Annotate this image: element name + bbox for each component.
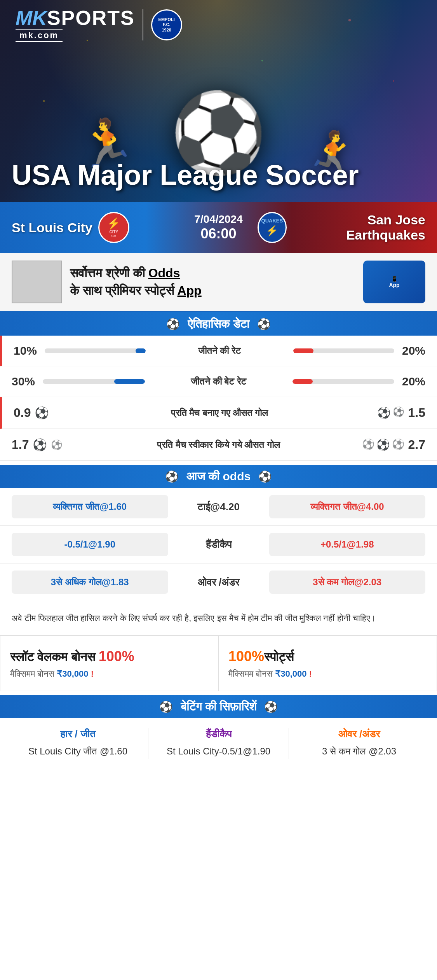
promo-app-image: 📱App: [363, 261, 425, 303]
goal-right-conceded: ⚽ ⚽ ⚽ 2.7: [348, 438, 425, 452]
goal-value-left-conceded: 1.7: [12, 438, 29, 452]
promo-placeholder-image: [12, 261, 62, 303]
odds-center-ou: ओवर /अंडर: [176, 576, 261, 588]
bonus-pct-sports: 100%: [228, 648, 264, 664]
odds-btn-handicap-away[interactable]: +0.5/1@1.98: [269, 533, 426, 556]
stat-left-win-rate: 10%: [14, 344, 45, 357]
betting-div-2: [289, 728, 289, 759]
goal-row-conceded: 1.7 ⚽ ⚽ प्रति मैच स्वीकार किये गये औसत ग…: [0, 429, 437, 461]
soccer-icon-left-2: ⚽: [51, 439, 63, 450]
bonus-exclaim-slots: !: [89, 669, 94, 679]
stat-bar-left-bet: [43, 379, 145, 384]
odds-header-text: आज की odds: [186, 470, 251, 483]
betting-col-handicap: हैंडीकैप St Louis City-0.5/1@1.90: [152, 728, 285, 759]
goal-value-left-scored: 0.9: [14, 406, 31, 420]
empoli-text: EMPOLIF.C.1920: [158, 17, 175, 33]
historical-header: ⚽ ऐतिहासिक डेटा ⚽: [0, 312, 437, 336]
goal-icon-right-2: ⚽: [393, 406, 404, 419]
odds-ball-left: ⚽: [165, 470, 179, 483]
odds-btn-home-win[interactable]: व्यक्तिगत जीत@1.60: [12, 495, 168, 518]
betting-row: हार / जीत St Louis City जीत @1.60 हैंडीक…: [0, 718, 437, 768]
goal-icon-right-1: ⚽: [377, 406, 391, 419]
odds-btn-under[interactable]: 3से कम गोल@2.03: [269, 570, 426, 594]
bonus-amount-sports: ₹30,000: [275, 669, 306, 679]
bonus-amount-slots: ₹30,000: [57, 669, 88, 679]
goal-icons-right-conceded: ⚽ ⚽ ⚽: [362, 438, 404, 451]
betting-header-handicap: हैंडीकैप: [152, 728, 285, 740]
odds-section: व्यक्तिगत जीत@1.60 टाई@4.20 व्यक्तिगत जी…: [0, 488, 437, 601]
odds-btn-away-win[interactable]: व्यक्तिगत जीत@4.00: [269, 495, 426, 518]
app-highlight: App: [178, 284, 202, 298]
bonus-label-sports: स्पोर्ट्स: [264, 650, 294, 664]
goal-left-conceded: 1.7 ⚽ ⚽: [12, 438, 89, 452]
odds-header: ⚽ आज की odds ⚽: [0, 465, 437, 488]
soccer-icon-left-scored: ⚽: [35, 406, 49, 420]
hero-title: USA Major League Soccer: [12, 160, 359, 191]
stat-row-win-rate: 10% जीतने की रेट 20%: [0, 336, 437, 366]
historical-data-section: 10% जीतने की रेट 20% 30% जीतने की बेट रे…: [0, 336, 437, 461]
stat-label-bet-rate: जीतने की बेट रेट: [157, 376, 281, 387]
away-team-name: San Jose Earthquakes: [292, 212, 425, 243]
soccer-icon-left-1: ⚽: [33, 438, 47, 452]
earthquakes-logo-inner: QUAKES ⚡: [261, 218, 283, 238]
hero-banner: MKSPORTS mk.com EMPOLIF.C.1920 ⚽ 🏃 🏃 USA…: [0, 0, 437, 202]
odds-row-win: व्यक्तिगत जीत@1.60 टाई@4.20 व्यक्तिगत जी…: [0, 488, 437, 526]
match-center: 7/04/2024 06:00: [180, 213, 258, 242]
mk-logo-domain: mk.com: [16, 29, 63, 42]
betting-header-text: बेटिंग की सिफ़ारिशें: [181, 700, 257, 714]
betting-value-win: St Louis City जीत @1.60: [12, 744, 144, 759]
bonus-title-sports: 100%स्पोर्ट्स: [228, 648, 427, 666]
ball-icon-left: ⚽: [166, 318, 180, 331]
match-date: 7/04/2024: [194, 213, 243, 226]
goal-icon-right-c2: ⚽: [376, 438, 390, 451]
mk-logo-text: MKSPORTS: [16, 8, 135, 28]
bonus-sub-sports: मैक्सिमम बोनस ₹30,000 !: [228, 669, 427, 679]
bonus-section[interactable]: स्लॉट वेलकम बोनस 100% मैक्सिमम बोनस ₹30,…: [0, 635, 437, 691]
bonus-prefix-slots: स्लॉट वेलकम बोनस: [10, 650, 99, 664]
goal-label-scored: प्रति मैच बनाए गए औसत गोल: [91, 408, 348, 418]
bonus-card-slots[interactable]: स्लॉट वेलकम बोनस 100% मैक्सिमम बोनस ₹30,…: [0, 635, 218, 691]
stat-bar-fill-right-bet: [292, 379, 313, 384]
odds-row-ou: 3से अधिक गोल@1.83 ओवर /अंडर 3से कम गोल@2…: [0, 564, 437, 601]
odds-row-handicap: -0.5/1@1.90 हैंडीकैप +0.5/1@1.98: [0, 526, 437, 564]
bonus-exclaim-sports: !: [307, 669, 312, 679]
stlouis-logo: ⚡ CITY SC: [98, 212, 129, 243]
match-bar: St Louis City ⚡ CITY SC 7/04/2024 06:00 …: [0, 202, 437, 253]
odds-ball-right: ⚽: [258, 470, 272, 483]
odds-btn-over[interactable]: 3से अधिक गोल@1.83: [12, 570, 168, 594]
earthquakes-logo: QUAKES ⚡: [258, 212, 287, 243]
goal-value-right-conceded: 2.7: [408, 438, 425, 452]
stat-bar-fill-left-bet: [114, 379, 145, 384]
goal-icons-right-scored: ⚽ ⚽: [377, 406, 404, 419]
betting-section: हार / जीत St Louis City जीत @1.60 हैंडीक…: [0, 718, 437, 768]
goal-left-scored: 0.9 ⚽: [14, 406, 91, 420]
bonus-title-slots: स्लॉट वेलकम बोनस 100%: [10, 648, 209, 666]
goal-row-scored: 0.9 ⚽ प्रति मैच बनाए गए औसत गोल ⚽ ⚽ 1.5: [0, 397, 437, 429]
odds-center-tie: टाई@4.20: [176, 501, 261, 513]
description-text: अवे टीम फिलहाल जीत हासिल करने के लिए संघ…: [12, 613, 376, 623]
bonus-card-sports[interactable]: 100%स्पोर्ट्स मैक्सिमम बोनस ₹30,000 !: [218, 635, 437, 691]
betting-ball-right: ⚽: [264, 700, 278, 713]
match-time: 06:00: [200, 226, 236, 242]
historical-header-text: ऐतिहासिक डेटा: [188, 317, 249, 331]
stat-bar-fill-left-win: [136, 348, 146, 353]
betting-div-1: [148, 728, 148, 759]
betting-header: ⚽ बेटिंग की सिफ़ारिशें ⚽: [0, 695, 437, 718]
stat-label-win-rate: जीतने की रेट: [157, 345, 282, 356]
betting-ball-left: ⚽: [159, 700, 173, 713]
stat-bar-left-win: [45, 348, 146, 353]
stat-right-bet-rate: 20%: [394, 375, 425, 388]
ball-icon-right: ⚽: [257, 318, 271, 331]
betting-header-win: हार / जीत: [12, 728, 144, 740]
betting-header-ou: ओवर /अंडर: [293, 728, 425, 740]
stat-bar-right-win: [293, 348, 394, 353]
stat-right-win-rate: 20%: [394, 344, 425, 357]
promo-text: सर्वोत्तम श्रेणी की Oddsके साथ प्रीमियर …: [70, 264, 355, 299]
odds-btn-handicap-home[interactable]: -0.5/1@1.90: [12, 533, 168, 556]
odds-highlight: Odds: [148, 266, 180, 280]
promo-banner[interactable]: सर्वोत्तम श्रेणी की Oddsके साथ प्रीमियर …: [0, 253, 437, 312]
app-preview: 📱App: [389, 276, 399, 288]
home-team-name: St Louis City: [12, 220, 92, 235]
betting-value-handicap: St Louis City-0.5/1@1.90: [152, 744, 285, 759]
stat-row-bet-rate: 30% जीतने की बेट रेट 20%: [0, 366, 437, 397]
